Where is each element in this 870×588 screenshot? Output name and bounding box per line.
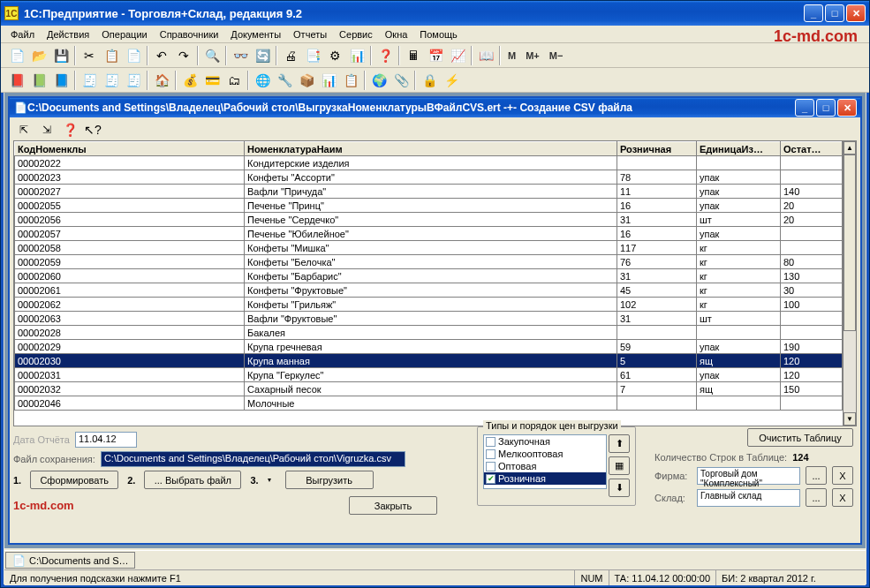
copy-icon[interactable]: 📋 — [101, 46, 122, 65]
maximize-button[interactable]: □ — [825, 4, 844, 22]
menu-file[interactable]: Файл — [4, 27, 41, 41]
calc-icon[interactable]: 🖩 — [403, 46, 424, 65]
price-types-list[interactable]: ЗакупочнаяМелкооптоваяОптовая✔Розничная — [483, 434, 607, 489]
menu-actions[interactable]: Действия — [41, 27, 95, 41]
tree-collapse-icon[interactable]: ⇱ — [13, 120, 34, 139]
sklad-input[interactable]: Главный склад — [697, 489, 800, 507]
price-type-item[interactable]: ✔Розничная — [484, 472, 606, 485]
tree-expand-icon[interactable]: ⇲ — [36, 120, 57, 139]
menu-catalogs[interactable]: Справочники — [154, 27, 225, 41]
table-row[interactable]: 00002023Конфеты "Ассорти"78упак — [15, 170, 843, 185]
minimize-button[interactable]: _ — [804, 4, 823, 22]
scroll-thumb[interactable] — [844, 155, 856, 331]
menu-windows[interactable]: Окна — [379, 27, 414, 41]
data-grid[interactable]: КодНоменклыНоменклатураНаимРозничнаяЕдин… — [13, 140, 857, 426]
tb2-13-icon[interactable]: 📦 — [296, 71, 317, 90]
price-checkbox[interactable] — [486, 462, 496, 471]
firm-choose-button[interactable]: ... — [806, 466, 827, 485]
col-header[interactable]: Остат… — [781, 142, 843, 156]
save-file-input[interactable]: C:\Documents and Settings\Владелец\Рабоч… — [101, 451, 405, 467]
new-icon[interactable]: 📄 — [6, 46, 27, 65]
export-button[interactable]: Выгрузить — [285, 471, 374, 489]
menu-reports[interactable]: Отчеты — [287, 27, 333, 41]
tb2-10-icon[interactable]: 🗂 — [223, 71, 245, 90]
menu-help[interactable]: Помощь — [413, 27, 464, 41]
table-row[interactable]: 00002060Конфеты "Барбарис"31кг130 — [15, 269, 843, 283]
col-header[interactable]: Розничная — [617, 142, 697, 156]
redo-icon[interactable]: ↷ — [173, 46, 194, 65]
firm-input[interactable]: Торговый дом "Комплексный" — [697, 467, 800, 485]
tb2-4-icon[interactable]: 🧾 — [79, 71, 100, 90]
price-checkbox[interactable] — [486, 437, 496, 447]
cursor-icon[interactable]: ↖? — [82, 120, 103, 139]
refresh-icon[interactable]: 🔄 — [252, 46, 273, 65]
tool-b-icon[interactable]: 📊 — [346, 46, 367, 65]
help-icon[interactable]: ❓ — [374, 46, 396, 65]
sklad-clear-button[interactable]: X — [832, 488, 853, 507]
chart-icon[interactable]: 📈 — [447, 46, 468, 65]
grid-settings-button[interactable]: ▦ — [609, 456, 630, 475]
book-icon[interactable]: 📖 — [475, 46, 496, 65]
close-button[interactable]: ✕ — [846, 4, 866, 22]
tb2-14-icon[interactable]: 📊 — [318, 71, 339, 90]
table-row[interactable]: 00002030Крупа манная5ящ120 — [15, 354, 843, 368]
table-row[interactable]: 00002058Конфеты "Мишка"117кг — [15, 241, 843, 255]
table-row[interactable]: 00002031Крупа "Геркулес"61упак120 — [15, 368, 843, 382]
tb2-6-icon[interactable]: 🧾 — [123, 71, 144, 90]
cut-icon[interactable]: ✂ — [79, 46, 100, 65]
tb2-11-icon[interactable]: 🌐 — [252, 71, 273, 90]
table-row[interactable]: 00002056Печенье "Сердечко"31шт20 — [15, 213, 843, 227]
inner-minimize-button[interactable]: _ — [795, 99, 814, 117]
tb2-17-icon[interactable]: 📎 — [390, 71, 412, 90]
table-row[interactable]: 00002059Конфеты "Белочка"76кг80 — [15, 255, 843, 269]
move-up-button[interactable]: ⬆ — [609, 434, 630, 453]
find-icon[interactable]: 🔍 — [201, 46, 223, 65]
m-minus-button[interactable]: M− — [545, 46, 568, 65]
inner-close-button[interactable]: ✕ — [837, 99, 857, 117]
form-button[interactable]: Сформировать — [30, 471, 118, 489]
tb2-7-icon[interactable]: 🏠 — [151, 71, 172, 90]
m-plus-button[interactable]: M+ — [521, 46, 544, 65]
inner-maximize-button[interactable]: □ — [816, 99, 836, 117]
report-date-input[interactable]: 11.04.12 — [75, 432, 137, 448]
table-row[interactable]: 00002022Кондитерские изделия — [15, 156, 843, 170]
paste-icon[interactable]: 📄 — [123, 46, 144, 65]
price-type-item[interactable]: Мелкооптовая — [484, 448, 606, 460]
menu-documents[interactable]: Документы — [224, 27, 287, 41]
table-row[interactable]: 00002061Конфеты "Фруктовые"45кг30 — [15, 283, 843, 298]
price-checkbox[interactable]: ✔ — [486, 474, 496, 484]
binoculars-icon[interactable]: 👓 — [230, 46, 251, 65]
tb2-1-icon[interactable]: 📕 — [6, 71, 27, 90]
table-row[interactable]: 00002062Конфеты "Грильяж"102кг100 — [15, 298, 843, 312]
col-header[interactable]: ЕдиницаИз… — [697, 142, 781, 156]
table-row[interactable]: 00002028Бакалея — [15, 326, 843, 340]
menu-operations[interactable]: Операции — [95, 27, 153, 41]
clear-table-button[interactable]: Очистить Таблицу — [747, 428, 853, 447]
table-row[interactable]: 00002063Вафли "Фруктовые"31шт — [15, 312, 843, 326]
price-type-item[interactable]: Закупочная — [484, 435, 606, 448]
table-row[interactable]: 00002057Печенье "Юбилейное"16упак — [15, 227, 843, 241]
table-row[interactable]: 00002029Крупа гречневая59упак190 — [15, 340, 843, 354]
tb2-16-icon[interactable]: 🌍 — [368, 71, 390, 90]
step3-dropdown-icon[interactable]: ▾ — [268, 476, 276, 484]
close-dialog-button[interactable]: Закрыть — [349, 496, 437, 515]
tb2-9-icon[interactable]: 💳 — [201, 71, 223, 90]
taskbar-item[interactable]: 📄 C:\Documents and S… — [5, 552, 135, 569]
scroll-up-icon[interactable]: ▲ — [844, 141, 856, 155]
sklad-choose-button[interactable]: ... — [806, 488, 827, 507]
table-row[interactable]: 00002055Печенье "Принц"16упак20 — [15, 199, 843, 213]
tb2-19-icon[interactable]: ⚡ — [441, 71, 462, 90]
tb2-18-icon[interactable]: 🔒 — [419, 71, 440, 90]
price-checkbox[interactable] — [486, 449, 496, 459]
table-row[interactable]: 00002046Молочные — [15, 396, 843, 411]
move-down-button[interactable]: ⬇ — [609, 479, 630, 497]
table-row[interactable]: 00002027Вафли "Причуда"11упак140 — [15, 185, 843, 199]
price-type-item[interactable]: Оптовая — [484, 460, 606, 472]
menu-service[interactable]: Сервис — [333, 27, 379, 41]
tb2-3-icon[interactable]: 📘 — [50, 71, 72, 90]
open-icon[interactable]: 📂 — [28, 46, 49, 65]
table-row[interactable]: 00002032Сахарный песок7ящ150 — [15, 382, 843, 396]
col-header[interactable]: КодНоменклы — [15, 142, 245, 156]
save-icon[interactable]: 💾 — [50, 46, 72, 65]
calendar-icon[interactable]: 📅 — [425, 46, 446, 65]
